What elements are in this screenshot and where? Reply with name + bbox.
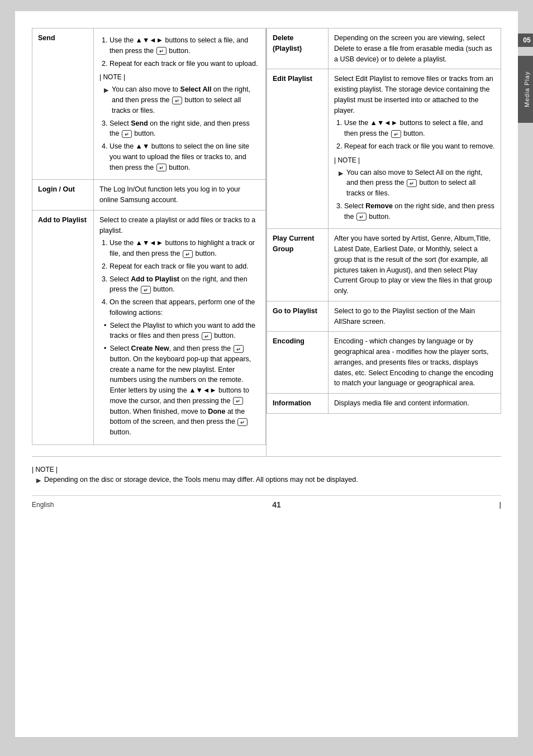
bottom-note: | NOTE | ▶ Depending on the disc or stor… xyxy=(32,456,501,484)
enter-icon: ↵ xyxy=(407,179,417,187)
table-row: Delete (Playlist) Depending on the scree… xyxy=(267,28,501,69)
bullet-text: Select the Playlist to which you want to… xyxy=(110,320,260,342)
add-playlist-label: Add to Playlist xyxy=(32,210,94,444)
edit-playlist-content: Select Edit Playlist to remove files or … xyxy=(329,69,501,229)
table-row: Information Displays media file and cont… xyxy=(267,394,501,414)
footer-page-number: 41 xyxy=(272,500,281,509)
chapter-number: 05 xyxy=(518,34,533,47)
table-row: Edit Playlist Select Edit Playlist to re… xyxy=(267,69,501,229)
add-playlist-intro: Select to create a playlist or add files… xyxy=(99,215,260,236)
list-item: Use the ▲▼◄► buttons to select a file, a… xyxy=(344,118,495,139)
right-table: Delete (Playlist) Depending on the scree… xyxy=(266,28,501,414)
send-label: Send xyxy=(32,28,94,180)
enter-icon: ↵ xyxy=(183,250,193,258)
enter-icon: ↵ xyxy=(141,286,151,294)
play-current-group-content: After you have sorted by Artist, Genre, … xyxy=(329,229,501,302)
encoding-content: Encoding - which changes by language or … xyxy=(329,332,501,394)
add-playlist-bullets: Select the Playlist to which you want to… xyxy=(99,320,260,438)
edit-playlist-intro: Select Edit Playlist to remove files or … xyxy=(334,74,495,116)
add-playlist-steps: Use the ▲▼◄► buttons to highlight a trac… xyxy=(99,238,260,318)
note-item: ▶ You can also move to Select All on the… xyxy=(339,168,495,199)
delete-playlist-label: Delete (Playlist) xyxy=(267,28,329,69)
enter-icon: ↵ xyxy=(122,130,132,138)
list-item: Use the ▲▼◄► buttons to select a file, a… xyxy=(110,35,260,56)
footer-pipe: | xyxy=(499,500,501,509)
list-item: Repeat for each track or file you want t… xyxy=(110,261,260,272)
information-content: Displays media file and content informat… xyxy=(329,394,501,414)
enter-icon: ↵ xyxy=(202,332,212,340)
list-item: Repeat for each track or file you want t… xyxy=(110,59,260,69)
note-text: You can also move to Select All on the r… xyxy=(112,84,260,116)
enter-icon: ↵ xyxy=(356,213,367,221)
enter-icon: ↵ xyxy=(156,47,166,55)
list-item: Select Send on the right side, and then … xyxy=(110,118,260,140)
bullet-arrow-icon: ▶ xyxy=(104,85,108,95)
left-table: Send Use the ▲▼◄► buttons to select a fi… xyxy=(32,28,266,445)
list-item: Select Add to Playlist on the right, and… xyxy=(110,274,260,295)
left-column: Send Use the ▲▼◄► buttons to select a fi… xyxy=(32,28,266,456)
enter-icon: ↵ xyxy=(233,397,243,405)
send-content: Use the ▲▼◄► buttons to select a file, a… xyxy=(94,28,266,180)
enter-icon: ↵ xyxy=(237,418,248,426)
login-out-label: Login / Out xyxy=(32,180,94,210)
bottom-note-header: | NOTE | xyxy=(32,466,501,473)
list-item: Select Create New, and then press the ↵ … xyxy=(104,343,260,438)
bullet-text: Select Create New, and then press the ↵ … xyxy=(110,343,260,438)
edit-playlist-steps-2: Select Remove on the right side, and the… xyxy=(334,201,495,222)
table-row: Add to Playlist Select to create a playl… xyxy=(32,210,266,444)
login-out-content: The Log In/Out function lets you log in … xyxy=(94,180,266,210)
edit-playlist-steps: Use the ▲▼◄► buttons to select a file, a… xyxy=(334,118,495,151)
enter-icon: ↵ xyxy=(234,345,244,353)
bottom-note-text: Depending on the disc or storage device,… xyxy=(44,476,358,484)
delete-playlist-content: Depending on the screen you are viewing,… xyxy=(329,28,501,69)
footer: English 41 | xyxy=(32,495,501,509)
bullet-arrow-icon: ▶ xyxy=(339,169,343,178)
footer-language: English xyxy=(32,501,54,509)
enter-icon: ↵ xyxy=(391,130,401,138)
main-content: Send Use the ▲▼◄► buttons to select a fi… xyxy=(32,28,501,456)
send-steps-1: Use the ▲▼◄► buttons to select a file, a… xyxy=(99,35,260,69)
enter-icon: ↵ xyxy=(156,164,166,171)
list-item: On the screen that appears, perform one … xyxy=(110,297,260,318)
add-playlist-content: Select to create a playlist or add files… xyxy=(94,210,266,444)
list-item: Select the Playlist to which you want to… xyxy=(104,320,260,342)
edit-playlist-label: Edit Playlist xyxy=(267,69,329,229)
go-to-playlist-label: Go to Playlist xyxy=(267,301,329,332)
send-steps-2: Select Send on the right side, and then … xyxy=(99,118,260,173)
note-item: ▶ You can also move to Select All on the… xyxy=(104,84,260,116)
page-container: 05 Media Play Send Use the ▲▼◄► buttons … xyxy=(15,11,518,737)
table-row: Go to Playlist Select to go to the Playl… xyxy=(267,301,501,332)
chapter-label: Media Play xyxy=(518,56,533,123)
enter-icon: ↵ xyxy=(172,97,182,104)
table-row: Play Current Group After you have sorted… xyxy=(267,229,501,302)
information-label: Information xyxy=(267,394,329,414)
list-item: Select Remove on the right side, and the… xyxy=(344,201,495,222)
list-item: Repeat for each track or file you want t… xyxy=(344,141,495,152)
encoding-label: Encoding xyxy=(267,332,329,394)
note-text: You can also move to Select All on the r… xyxy=(346,168,495,199)
table-row: Login / Out The Log In/Out function lets… xyxy=(32,180,266,210)
play-current-group-label: Play Current Group xyxy=(267,229,329,302)
note-header: | NOTE | xyxy=(99,72,260,82)
bullet-arrow-icon: ▶ xyxy=(36,477,41,484)
right-column: Delete (Playlist) Depending on the scree… xyxy=(266,28,501,456)
go-to-playlist-content: Select to go to the Playlist section of … xyxy=(329,301,501,332)
list-item: Use the ▲▼◄► buttons to highlight a trac… xyxy=(110,238,260,259)
bottom-note-item: ▶ Depending on the disc or storage devic… xyxy=(36,476,501,484)
table-row: Send Use the ▲▼◄► buttons to select a fi… xyxy=(32,28,266,180)
note-header: | NOTE | xyxy=(334,155,495,165)
list-item: Use the ▲▼ buttons to select the on line… xyxy=(110,141,260,173)
table-row: Encoding Encoding - which changes by lan… xyxy=(267,332,501,394)
